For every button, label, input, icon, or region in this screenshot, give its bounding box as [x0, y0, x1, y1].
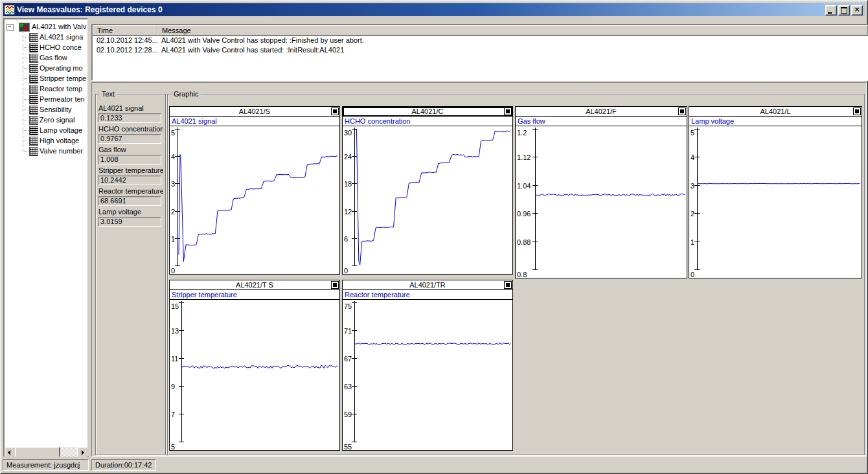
chart-series-label: AL4021 signal — [170, 117, 339, 126]
message-row[interactable]: 02.10.2012 12:28...AL4021 with Valve Con… — [93, 45, 868, 55]
tree-item-label: Valve number — [40, 146, 83, 156]
chart-maximize-button[interactable] — [678, 107, 686, 115]
maximize-button[interactable] — [838, 5, 850, 16]
measvalue-grid-icon — [29, 95, 38, 104]
column-header-message[interactable]: Message — [157, 25, 868, 36]
black-square-icon — [333, 283, 337, 287]
tree-item-label: HCHO conce — [40, 42, 82, 52]
svg-text:13: 13 — [171, 327, 179, 335]
title-bar: View Measvalues: Registered devices 0 × — [3, 3, 865, 16]
chart-title-bar[interactable]: AL4021/TR — [343, 280, 512, 290]
main-panel: Text AL4021 signal0.1233HCHO concentrati… — [91, 82, 867, 457]
svg-text:0.96: 0.96 — [517, 210, 531, 218]
signal-line — [179, 155, 337, 262]
svg-text:4: 4 — [171, 153, 175, 161]
app-icon — [5, 5, 15, 15]
chart-panel: AL4021/LLamp voltage543210 — [689, 106, 862, 278]
tree-root-label: AL4021 with Valv — [32, 21, 86, 32]
tree-item[interactable]: Reactor temp — [5, 84, 89, 94]
tree-item[interactable]: AL4021 signa — [5, 32, 89, 42]
black-square-icon — [855, 109, 859, 113]
black-square-icon — [333, 109, 337, 113]
signal-line — [356, 343, 510, 345]
svg-text:1.04: 1.04 — [517, 182, 531, 190]
measvalue-grid-icon — [29, 126, 38, 135]
chart-maximize-button[interactable] — [853, 107, 861, 115]
minimize-icon — [828, 12, 832, 14]
signal-line — [536, 194, 685, 196]
chart-panel: AL4021/CHCHO concentration3024181260 — [342, 106, 513, 275]
chart-panel: AL4021/FGas flow1.21.121.040.960.880.8 — [515, 106, 687, 278]
chart-title-bar[interactable]: AL4021/S — [170, 107, 339, 117]
tree-item-label: Reactor temp — [40, 84, 82, 94]
tree-branch-line — [23, 68, 29, 69]
chart-plot-area: 543210 — [689, 126, 862, 278]
tree-item[interactable]: Sensibility — [5, 104, 89, 115]
svg-text:5: 5 — [171, 443, 175, 451]
measvalue-value-field: 3.0159 — [98, 217, 161, 227]
measvalue-grid-icon — [29, 147, 38, 156]
measvalue-label: HCHO concentration — [96, 124, 163, 134]
measvalue-grid-icon — [29, 43, 38, 52]
chart-series-label: Stripper temperature — [170, 290, 339, 300]
svg-text:2: 2 — [691, 210, 694, 218]
tree-item[interactable]: Permeator ten — [5, 94, 89, 104]
tree-item[interactable]: Lamp voltage — [5, 125, 89, 135]
measvalue-grid-icon — [29, 116, 38, 125]
tree-branch-line — [23, 130, 29, 131]
tree-item-label: Stripper tempe — [40, 73, 86, 84]
chart-plot-area: 3024181260 — [343, 126, 512, 274]
message-row[interactable]: 02.10.2012 12:45...AL4021 with Valve Con… — [93, 36, 868, 45]
svg-text:59: 59 — [344, 411, 352, 418]
measvalue-label: AL4021 signal — [96, 103, 163, 113]
minimize-button[interactable] — [825, 5, 837, 16]
column-header-time[interactable]: Time — [93, 25, 157, 36]
chart-maximize-button[interactable] — [331, 107, 339, 115]
tree-item[interactable]: High voltage — [5, 135, 89, 146]
chart-plot-area: 1.21.121.040.960.880.8 — [516, 126, 687, 278]
graphic-groupbox-legend: Graphic — [172, 89, 201, 98]
tree-horizontal-scrollbar — [5, 447, 89, 457]
close-button[interactable]: × — [851, 5, 863, 16]
tree-item[interactable]: Zero signal — [5, 115, 89, 125]
tree-item[interactable]: Operating mo — [5, 63, 89, 73]
chart-canvas: 757167635955 — [343, 300, 512, 450]
tree-item-label: Permeator ten — [40, 94, 85, 104]
black-square-icon — [506, 283, 510, 287]
chart-title-bar[interactable]: AL4021/L — [689, 107, 862, 117]
scrollbar-track[interactable] — [15, 447, 78, 457]
chart-title-bar[interactable]: AL4021/T S — [170, 280, 339, 290]
triangle-left-icon — [8, 450, 10, 455]
chart-maximize-button[interactable] — [504, 281, 512, 289]
chart-title-bar[interactable]: AL4021/C — [343, 107, 512, 117]
svg-text:4: 4 — [691, 153, 694, 161]
chart-canvas: 543210 — [689, 126, 862, 278]
tree-collapse-icon[interactable] — [6, 24, 14, 31]
window-title: View Measvalues: Registered devices 0 — [17, 5, 163, 14]
chart-series-label: Gas flow — [516, 117, 687, 126]
tree-item[interactable]: HCHO conce — [5, 42, 89, 52]
tree-item[interactable]: Valve number — [5, 146, 89, 156]
chart-maximize-button[interactable] — [331, 281, 339, 289]
measvalue-value-field: 0.1233 — [98, 113, 161, 123]
chart-canvas: 151311975 — [170, 300, 339, 450]
chart-maximize-button[interactable] — [504, 107, 512, 115]
measvalue-label: Lamp voltage — [96, 207, 163, 217]
chart-panel: AL4021/TRReactor temperature757167635955 — [342, 280, 513, 451]
message-time-cell: 02.10.2012 12:28... — [93, 45, 157, 55]
status-bar: Measurement: jzusgdcj Duration:00:17:42 — [2, 457, 866, 472]
tree-item[interactable]: Stripper tempe — [5, 73, 89, 84]
tree-item[interactable]: Gas flow — [5, 52, 89, 63]
chart-canvas: 3024181260 — [343, 126, 512, 274]
chart-title-bar[interactable]: AL4021/F — [516, 107, 687, 117]
svg-text:6: 6 — [344, 235, 348, 243]
tree-branch-line — [23, 120, 29, 120]
svg-text:18: 18 — [344, 180, 352, 188]
chart-plot-area: 151311975 — [170, 300, 339, 450]
black-square-icon — [506, 109, 510, 113]
svg-text:30: 30 — [344, 129, 352, 137]
tree-root-item[interactable]: AL4021 with Valv — [5, 21, 89, 32]
black-square-icon — [680, 109, 684, 113]
svg-text:0.88: 0.88 — [517, 238, 531, 246]
device-tree: AL4021 with Valv AL4021 signaHCHO conceG… — [5, 19, 89, 447]
